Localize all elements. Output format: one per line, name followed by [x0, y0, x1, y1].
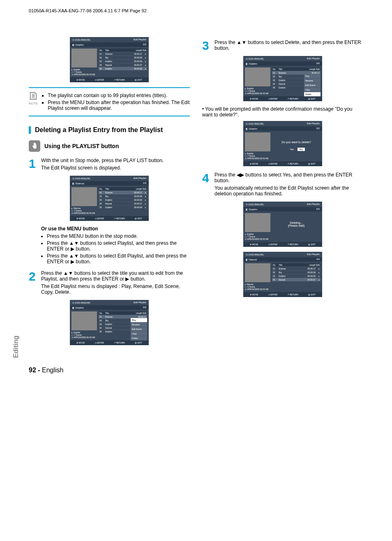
side-tab-label: Editing — [12, 336, 20, 358]
page-footer: 92 - English — [29, 367, 363, 374]
delete-prompt-text: • You will be prompted with the delete c… — [202, 106, 363, 118]
no-button: No — [297, 148, 305, 151]
step-text: Press the ▲▼ buttons to select Delete, a… — [214, 39, 363, 53]
osd-screenshot-science: ⊙ DVD-RW(VR)Edit Playlist ◧ Science1/5 ▸… — [70, 176, 149, 221]
step-text: With the unit in Stop mode, press the PL… — [41, 158, 190, 172]
step-text: Press the ▲▼ buttons to select the title… — [41, 270, 190, 297]
subsection-heading: Using the PLAYLIST button — [44, 143, 119, 149]
osd-screenshot-delete-selected: ⊙ DVD-RW(VR)Edit Playlist ◧ Dolphin5/5 ▸… — [243, 56, 322, 101]
osd-screenshot-confirm: ⊙ DVD-RW(VR)Edit Playlist ◧ Dolphin5/5 ▸… — [243, 121, 322, 166]
step-number: 4 — [202, 172, 214, 198]
step-number: 3 — [202, 39, 214, 53]
section-heading: Deleting a Playlist Entry from the Playl… — [29, 126, 190, 134]
yes-button: Yes — [288, 148, 296, 151]
osd-screenshot-dolphin-top: ⊙ DVD-RW(VR)Edit Playlist ◧ Dolphin5/5 ▸… — [70, 37, 149, 82]
osd-screenshot-deleting: ⊙ DVD-RW(VR)Edit Playlist ◧ Dolphin5/5 ▸… — [243, 202, 322, 247]
note-block: NOTE The playlist can contain up to 99 p… — [29, 87, 190, 116]
or-menu-heading: Or use the MENU button — [41, 226, 190, 232]
osd-screenshot-natural: ⊙ DVD-RW(VR)Edit Playlist ◧ Natural4/4 ▸… — [243, 252, 322, 297]
note-item: Press the MENU button after the operatio… — [48, 100, 190, 111]
menu-step: Press the ▲▼ buttons to select Playlist,… — [47, 240, 190, 252]
note-icon: NOTE — [29, 91, 38, 105]
osd-screenshot-dolphin-popup: ⊙ DVD-RW(VR)Edit Playlist ◧ Dolphin5/5 ▸… — [70, 300, 149, 345]
menu-step: Press the MENU button in the stop mode. — [47, 233, 190, 239]
step-number: 2 — [29, 270, 41, 297]
step-number: 1 — [29, 158, 41, 172]
step-text: Press the ◀▶ buttons to select Yes, and … — [214, 172, 363, 198]
print-header: 01050A-R145-XAA-ENG-77-98 2006.4.11 6:7 … — [29, 8, 363, 13]
note-item: The playlist can contain up to 99 playli… — [48, 93, 190, 98]
hand-icon — [29, 140, 40, 152]
context-menu: Play RenameEdit SceneCopyDelete — [131, 318, 147, 341]
context-menu: PlayRenameEdit SceneCopy Delete — [304, 74, 321, 97]
menu-step: Press the ▲▼ buttons to select Edit Play… — [47, 253, 190, 265]
